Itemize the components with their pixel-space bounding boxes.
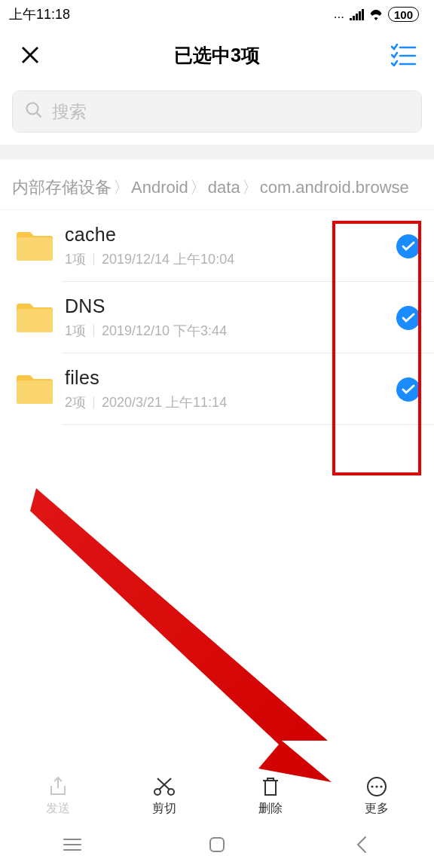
- check-icon: [402, 313, 415, 323]
- nav-back-button[interactable]: [324, 835, 399, 854]
- checkbox-checked[interactable]: [396, 306, 420, 330]
- section-gap: [0, 145, 434, 160]
- delete-button[interactable]: 删除: [234, 775, 307, 817]
- action-bar: 发送 剪切 删除 更多: [5, 766, 429, 824]
- svg-point-8: [371, 785, 373, 787]
- folder-meta: 2项2020/3/21 上午11:14: [65, 393, 396, 411]
- list-item[interactable]: cache 1项2019/12/14 上午10:04: [0, 210, 434, 282]
- more-button[interactable]: 更多: [341, 775, 413, 817]
- search-icon: [25, 101, 43, 122]
- svg-rect-1: [17, 237, 53, 261]
- dots-icon: ...: [334, 7, 344, 22]
- breadcrumb[interactable]: 内部存储设备 〉 Android 〉 data 〉 com.android.br…: [0, 160, 434, 209]
- folder-meta: 1项2019/12/10 下午3:44: [65, 322, 396, 340]
- search-container: 搜索: [0, 83, 434, 145]
- signal-icon: [349, 9, 364, 20]
- status-right: ... 100: [334, 7, 419, 22]
- send-button: 发送: [22, 775, 94, 817]
- folder-name: DNS: [65, 295, 396, 317]
- breadcrumb-item[interactable]: data: [208, 178, 240, 197]
- svg-point-10: [380, 785, 382, 787]
- checkbox-checked[interactable]: [396, 377, 420, 402]
- share-icon: [47, 775, 69, 798]
- svg-rect-11: [210, 838, 224, 851]
- select-all-button[interactable]: [389, 40, 419, 70]
- more-icon: [365, 775, 388, 798]
- search-input[interactable]: 搜索: [12, 90, 422, 133]
- svg-rect-2: [17, 309, 53, 332]
- page-title: 已选中3项: [174, 43, 260, 68]
- folder-name: cache: [65, 224, 396, 246]
- battery-icon: 100: [388, 7, 419, 22]
- check-icon: [402, 241, 415, 252]
- check-icon: [402, 384, 415, 395]
- folder-icon: [15, 301, 54, 335]
- folder-meta: 1项2019/12/14 上午10:04: [65, 250, 396, 268]
- list-item[interactable]: DNS 1项2019/12/10 下午3:44: [0, 282, 434, 353]
- chevron-right-icon: 〉: [190, 176, 206, 199]
- checklist-icon: [391, 44, 417, 66]
- scissors-icon: [153, 775, 176, 798]
- folder-name: files: [65, 367, 396, 389]
- folder-icon: [15, 373, 54, 406]
- breadcrumb-item[interactable]: Android: [131, 178, 188, 197]
- breadcrumb-item[interactable]: com.android.browse: [260, 178, 409, 197]
- close-icon: [19, 44, 41, 66]
- breadcrumb-item[interactable]: 内部存储设备: [12, 176, 112, 199]
- svg-point-9: [375, 785, 377, 787]
- list-item[interactable]: files 2项2020/3/21 上午11:14: [0, 353, 434, 425]
- android-nav-bar: [0, 821, 434, 868]
- header: 已选中3项: [0, 27, 434, 83]
- chevron-right-icon: 〉: [113, 176, 130, 199]
- checkbox-checked[interactable]: [396, 234, 420, 258]
- svg-marker-4: [30, 488, 332, 782]
- annotation-arrow: [30, 488, 332, 782]
- status-time: 上午11:18: [9, 5, 70, 23]
- nav-recent-button[interactable]: [35, 837, 110, 852]
- trash-icon: [259, 775, 282, 798]
- cut-button[interactable]: 剪切: [128, 775, 200, 817]
- chevron-right-icon: 〉: [242, 176, 258, 199]
- wifi-icon: [368, 9, 384, 20]
- close-button[interactable]: [15, 40, 45, 70]
- search-placeholder: 搜索: [52, 100, 87, 124]
- folder-icon: [15, 230, 54, 263]
- status-bar: 上午11:18 ... 100: [0, 0, 434, 27]
- nav-home-button[interactable]: [179, 836, 255, 854]
- svg-rect-3: [17, 381, 53, 404]
- folder-list: cache 1项2019/12/14 上午10:04 DNS 1项2019/12…: [0, 209, 434, 425]
